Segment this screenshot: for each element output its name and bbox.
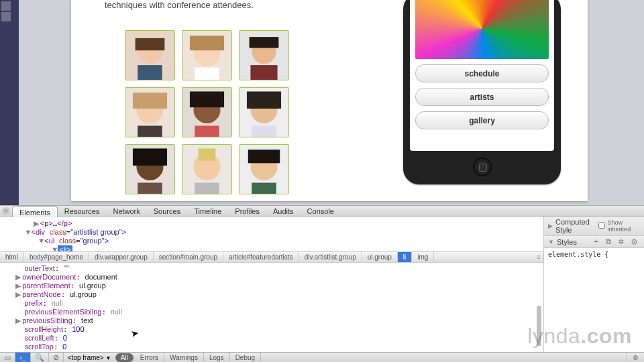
styles-header[interactable]: ▼ Styles + ⧉ ✲ ⚙ [544, 236, 644, 248]
devtools-tab-network[interactable]: Network [106, 206, 146, 217]
computed-style-header[interactable]: ▶ Computed Style Show inherited [544, 217, 644, 236]
artist-photo[interactable] [125, 144, 175, 194]
show-inherited-checkbox[interactable] [598, 222, 605, 230]
filter-errors[interactable]: Errors [135, 353, 164, 362]
svg-rect-6 [190, 36, 224, 50]
svg-rect-15 [138, 126, 162, 137]
scrollbar[interactable] [537, 306, 541, 350]
svg-rect-34 [248, 149, 280, 163]
rendered-page: techniques with conference attendees. sc… [71, 0, 588, 201]
breadcrumb-item[interactable]: body#page_home [24, 252, 89, 262]
devtools-tab-console[interactable]: Console [301, 206, 341, 217]
breadcrumb-item[interactable]: div.wrapper.group [89, 252, 154, 262]
breadcrumb-item[interactable]: section#main.group [154, 252, 223, 262]
filter-warnings[interactable]: Warnings [164, 353, 204, 362]
devtools-tab-resources[interactable]: Resources [58, 206, 107, 217]
artist-photo[interactable] [239, 30, 289, 80]
scrollbar-thumb[interactable] [537, 306, 541, 346]
svg-rect-3 [138, 65, 162, 80]
breadcrumb-bar: htmlbody#page_homediv.wrapper.groupsecti… [0, 251, 543, 263]
disclosure-icon[interactable]: ▼ [548, 239, 554, 245]
svg-rect-10 [250, 37, 279, 48]
breadcrumb-item[interactable]: img [412, 252, 434, 262]
show-inherited-label: Show inherited [608, 219, 640, 233]
devtools-tabbar: Elements Resources Network Sources Timel… [0, 205, 644, 217]
element-style-block[interactable]: element.style { [544, 248, 644, 261]
breadcrumb-item[interactable]: article#featuredartists [223, 252, 299, 262]
devtools-panel: Elements Resources Network Sources Timel… [0, 205, 644, 362]
artist-photo[interactable] [182, 30, 232, 80]
devtools-tab-profiles[interactable]: Profiles [228, 206, 266, 217]
devtools-tab-sources[interactable]: Sources [147, 206, 187, 217]
chevron-down-icon: ▾ [107, 354, 110, 361]
artist-photo[interactable] [182, 87, 232, 137]
svg-rect-11 [250, 65, 277, 80]
artist-photo[interactable] [182, 144, 232, 194]
phone-nav-button[interactable]: gallery [415, 111, 549, 129]
disclosure-icon[interactable]: ▶ [548, 223, 553, 229]
ide-window-btn[interactable] [1, 12, 11, 21]
phone-nav-button[interactable]: schedule [415, 64, 549, 82]
phone-hero-image [415, 0, 549, 59]
svg-rect-27 [138, 183, 162, 194]
svg-rect-18 [190, 91, 224, 107]
console-toggle-icon[interactable]: ›_ [15, 353, 31, 362]
artist-photo[interactable] [125, 30, 175, 80]
inspect-icon[interactable]: 🔍 [31, 353, 49, 362]
filter-debug[interactable]: Debug [230, 353, 261, 362]
artist-photo[interactable] [239, 144, 289, 194]
svg-rect-31 [195, 183, 219, 194]
devtools-close-icon[interactable]: ✕ [2, 207, 10, 215]
svg-rect-22 [247, 91, 281, 109]
breadcrumb-item[interactable]: html [0, 252, 24, 262]
devtools-footer: ▭ ›_ 🔍 ⊘ <top frame>▾ All Errors Warning… [0, 352, 644, 362]
filter-logs[interactable]: Logs [204, 353, 230, 362]
frame-selector[interactable]: <top frame>▾ [64, 354, 114, 361]
svg-rect-2 [136, 38, 165, 50]
breadcrumb-item[interactable]: ul.group [362, 252, 398, 262]
breadcrumb-item[interactable]: li [398, 252, 412, 262]
dock-icon[interactable]: ▭ [0, 353, 15, 362]
devtools-settings-icon[interactable]: ⚙ [627, 353, 644, 362]
devtools-tab-elements[interactable]: Elements [12, 206, 58, 217]
svg-rect-30 [199, 148, 216, 160]
computed-style-label: Computed Style [555, 218, 598, 234]
svg-rect-23 [252, 126, 276, 137]
devtools-sidebar: ▶ Computed Style Show inherited ▼ Styles… [543, 217, 644, 352]
pane-resizer[interactable]: ≡ [534, 253, 543, 261]
clear-icon[interactable]: ⊘ [49, 353, 64, 362]
artist-photo[interactable] [125, 87, 175, 137]
phone-home-button[interactable] [473, 158, 492, 176]
breadcrumb-item[interactable]: div.artistlist.group [299, 252, 362, 262]
svg-rect-35 [252, 183, 276, 194]
filter-all[interactable]: All [115, 353, 133, 362]
ide-left-stripe [0, 0, 19, 205]
svg-rect-26 [133, 148, 167, 166]
svg-rect-7 [195, 68, 219, 80]
phone-mockup: schedule artists gallery [403, 0, 561, 184]
ide-window-btn[interactable] [1, 1, 11, 11]
styles-toolbar-icons[interactable]: + ⧉ ✲ ⚙ [594, 237, 640, 246]
svg-rect-14 [133, 93, 167, 109]
phone-nav-button[interactable]: artists [415, 88, 549, 106]
devtools-tab-timeline[interactable]: Timeline [187, 206, 228, 217]
phone-screen: schedule artists gallery [410, 0, 554, 151]
browser-viewport: techniques with conference attendees. sc… [19, 0, 644, 205]
artist-photo[interactable] [239, 87, 289, 137]
svg-rect-19 [195, 126, 219, 137]
devtools-tab-audits[interactable]: Audits [266, 206, 301, 217]
properties-pane[interactable]: outerText: "" ▶ownerDocument: document ▶… [0, 263, 543, 352]
styles-label: Styles [557, 238, 577, 246]
